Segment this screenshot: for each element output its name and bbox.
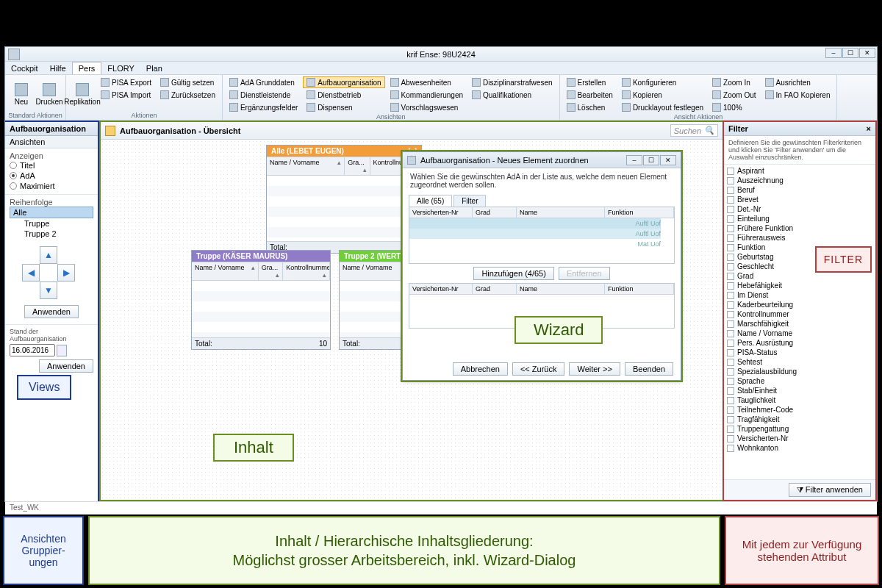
anzeigen-titel[interactable]: Titel — [10, 160, 93, 171]
filter-stab-einheit[interactable]: Stab/Einheit — [727, 386, 872, 395]
search-box[interactable]: Suchen 🔍 — [670, 124, 718, 137]
filter-fr-here-funktion[interactable]: Frühere Funktion — [727, 223, 872, 233]
search-icon: 🔍 — [704, 126, 714, 135]
wizard-close[interactable]: ✕ — [660, 155, 676, 165]
arrow-right[interactable]: ▶ — [57, 264, 75, 282]
ribbon-drucken[interactable]: Drucken — [36, 76, 62, 112]
ribbon: NeuDruckenStandard AktionenReplikationPI… — [5, 75, 877, 121]
filter-marschf-higkeit[interactable]: Marschfähigkeit — [727, 319, 872, 329]
menu-cockpit[interactable]: Cockpit — [5, 62, 44, 74]
ribbon-100%[interactable]: 100% — [709, 101, 759, 113]
ribbon-neu[interactable]: Neu — [8, 76, 35, 112]
stand-date-input[interactable] — [10, 344, 55, 356]
apply-button[interactable]: Anwenden — [24, 305, 79, 318]
ribbon-pisa-import[interactable]: PISA Import — [97, 89, 155, 101]
ribbon-zurücksetzen[interactable]: Zurücksetzen — [157, 89, 219, 101]
filter-einteilung[interactable]: Einteilung — [727, 214, 872, 223]
filter-apply-button[interactable]: ⧩Filter anwenden — [789, 483, 871, 497]
tree-truppe[interactable]: Truppe — [10, 218, 93, 229]
filter-sprache[interactable]: Sprache — [727, 376, 872, 386]
filter-truppengattung[interactable]: Truppengattung — [727, 424, 872, 434]
anzeigen-maximiert[interactable]: Maximiert — [10, 181, 93, 191]
ribbon-replikation[interactable]: Replikation — [69, 76, 96, 112]
ribbon-disziplinarstrafwesen[interactable]: Disziplinarstrafwesen — [468, 76, 556, 88]
ribbon-ausrichten[interactable]: Ausrichten — [761, 76, 834, 88]
ribbon-abwesenheiten[interactable]: Abwesenheiten — [387, 76, 467, 88]
filter-kontrollnummer[interactable]: Kontrollnummer — [727, 309, 872, 319]
ribbon-gültig-setzen[interactable]: Gültig setzen — [157, 76, 219, 88]
filter-det-nr[interactable]: Det.-Nr — [727, 204, 872, 214]
wizard-back[interactable]: << Zurück — [512, 362, 565, 376]
menu-hilfe[interactable]: Hilfe — [44, 62, 72, 74]
org-card[interactable]: Truppe (KÄSER MAURUS)Name / Vorname ▴Gra… — [191, 250, 331, 350]
sidebar-title: Aufbauorganisation — [5, 122, 98, 136]
ribbon-kopieren[interactable]: Kopieren — [618, 89, 707, 101]
filter-spezialausbildung[interactable]: Spezialausbildung — [727, 367, 872, 376]
legend-strip: Ansichten Gruppier- ungen Inhalt / Hiera… — [0, 513, 882, 588]
wizard-minimize[interactable]: – — [626, 155, 642, 165]
menu-pers[interactable]: Pers — [72, 62, 102, 74]
ribbon-zoom-out[interactable]: Zoom Out — [709, 89, 759, 101]
apply-button-2[interactable]: Anwenden — [39, 359, 93, 373]
filter-title: Filter — [728, 124, 748, 133]
ribbon-zoom-in[interactable]: Zoom In — [709, 76, 759, 88]
close-button[interactable]: ✕ — [859, 48, 875, 58]
ribbon-erstellen[interactable]: Erstellen — [563, 76, 617, 88]
menu-plan[interactable]: Plan — [140, 62, 168, 74]
ribbon-dienstbetrieb[interactable]: Dienstbetrieb — [303, 89, 384, 101]
wizard-tab-filter[interactable]: Filter — [453, 195, 486, 207]
wizard-next[interactable]: Weiter >> — [569, 362, 620, 376]
ribbon-vorschlagswesen[interactable]: Vorschlagswesen — [387, 101, 467, 113]
ribbon-pisa-export[interactable]: PISA Export — [97, 76, 155, 88]
ribbon-ergänzungsfelder[interactable]: Ergänzungsfelder — [226, 101, 301, 113]
tree-truppe-2[interactable]: Truppe 2 — [10, 229, 93, 239]
filter-beruf[interactable]: Beruf — [727, 185, 872, 195]
arrow-left[interactable]: ◀ — [22, 264, 40, 282]
ribbon-bearbeiten[interactable]: Bearbeiten — [563, 89, 617, 101]
minimize-button[interactable]: – — [825, 48, 842, 58]
tree-alle[interactable]: Alle — [10, 207, 93, 218]
org-card[interactable]: Alle (LEBET EUGEN)[−]Name / Vorname ▴Gra… — [266, 145, 422, 254]
filter-brevet[interactable]: Brevet — [727, 195, 872, 204]
wizard-add-button[interactable]: Hinzufügen (4/65) — [473, 267, 553, 280]
filter-name-vorname[interactable]: Name / Vorname — [727, 329, 872, 338]
filter-aspirant[interactable]: Aspirant — [727, 166, 872, 176]
wizard-remove-button[interactable]: Entfernen — [559, 267, 610, 280]
filter-hebef-higkeit[interactable]: Hebefähigkeit — [727, 281, 872, 290]
filter-auszeichnung[interactable]: Auszeichnung — [727, 176, 872, 185]
menu-flory[interactable]: FLORY — [101, 62, 140, 74]
filter-f-hrerausweis[interactable]: Führerausweis — [727, 233, 872, 243]
ribbon-drucklayout-festlegen[interactable]: Drucklayout festlegen — [618, 101, 707, 113]
filter-tragf-higkeit[interactable]: Tragfähigkeit — [727, 415, 872, 424]
ribbon-löschen[interactable]: Löschen — [563, 101, 617, 113]
filter-pisa-status[interactable]: PISA-Status — [727, 348, 872, 357]
filter-wohnkanton[interactable]: Wohnkanton — [727, 443, 872, 453]
ribbon-qualifikationen[interactable]: Qualifikationen — [468, 89, 556, 101]
ribbon-dienstleistende[interactable]: Dienstleistende — [226, 89, 301, 101]
wizard-maximize[interactable]: ☐ — [643, 155, 659, 165]
filter-pers-ausr-stung[interactable]: Pers. Ausrüstung — [727, 338, 872, 348]
wizard-finish[interactable]: Beenden — [625, 362, 673, 376]
ribbon-aufbauorganisation[interactable]: Aufbauorganisation — [303, 76, 384, 88]
date-spinner[interactable] — [57, 345, 67, 356]
ribbon-dispensen[interactable]: Dispensen — [303, 101, 384, 113]
wizard-cancel[interactable]: Abbrechen — [453, 362, 508, 376]
wizard-tab-alle[interactable]: Alle (65) — [409, 195, 452, 207]
maximize-button[interactable]: ☐ — [842, 48, 858, 58]
wizard-upper-grid[interactable]: Versicherten-Nr Grad Name Funktion Auftl… — [409, 207, 675, 264]
ribbon-in-fao-kopieren[interactable]: In FAO Kopieren — [761, 89, 834, 101]
filter-tauglichkeit[interactable]: Tauglichkeit — [727, 395, 872, 405]
filter-close[interactable]: × — [867, 124, 871, 133]
filter-kaderbeurteilung[interactable]: Kaderbeurteilung — [727, 300, 872, 309]
filter-versicherten-nr[interactable]: Versicherten-Nr — [727, 434, 872, 443]
ribbon-ada-grunddaten[interactable]: AdA Grunddaten — [226, 76, 301, 88]
filter-im-dienst[interactable]: Im Dienst — [727, 290, 872, 300]
arrow-up[interactable]: ▲ — [40, 246, 57, 264]
ribbon-konfigurieren[interactable]: Konfigurieren — [618, 76, 707, 88]
filter-sehtest[interactable]: Sehtest — [727, 357, 872, 367]
filter-teilnehmer-code[interactable]: Teilnehmer-Code — [727, 405, 872, 415]
ribbon-kommandierungen[interactable]: Kommandierungen — [387, 89, 467, 101]
sidebar-section-ansichten[interactable]: Ansichten — [5, 136, 98, 148]
arrow-down[interactable]: ▼ — [40, 282, 57, 299]
anzeigen-ada[interactable]: AdA — [10, 171, 93, 181]
